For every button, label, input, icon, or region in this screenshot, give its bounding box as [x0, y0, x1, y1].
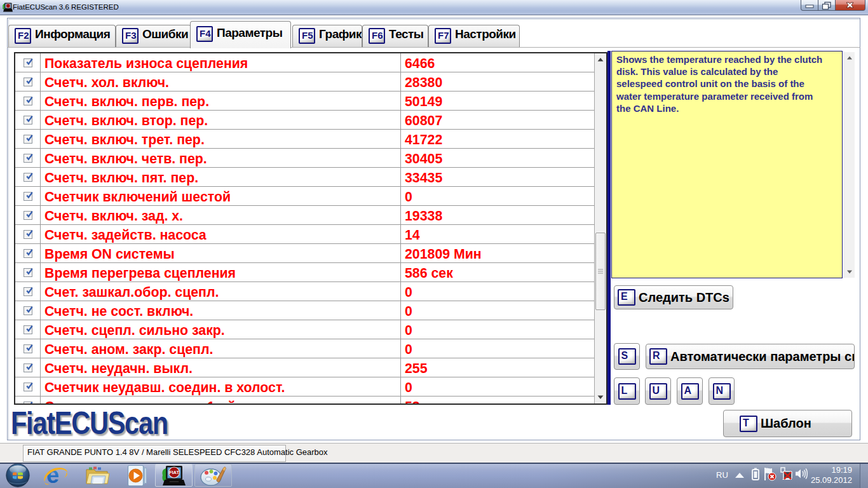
svg-text:e: e: [46, 463, 59, 487]
svg-text:FIAT: FIAT: [169, 470, 180, 475]
